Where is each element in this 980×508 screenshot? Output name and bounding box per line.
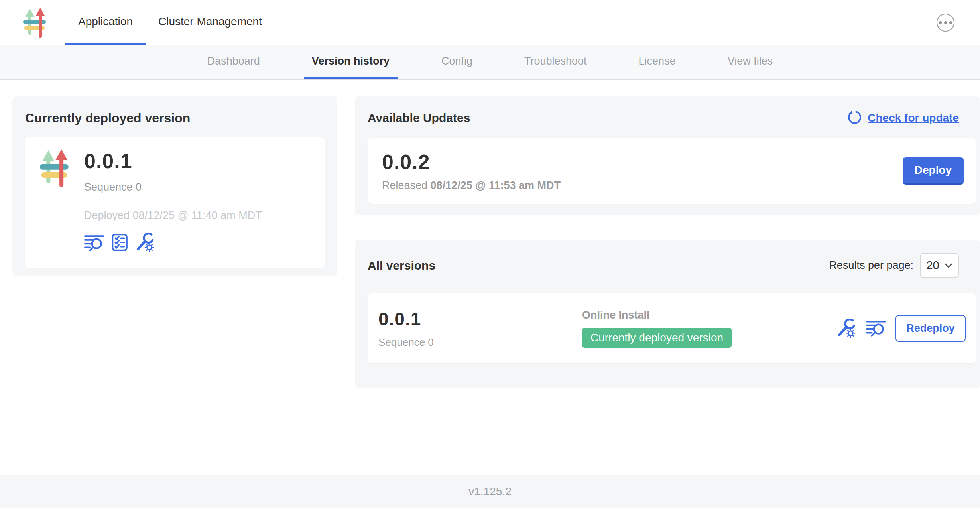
update-version-number: 0.0.2 bbox=[382, 150, 561, 174]
subtab-troubleshoot-label: Troubleshoot bbox=[524, 55, 587, 67]
subtab-dashboard[interactable]: Dashboard bbox=[199, 45, 268, 79]
subtab-view-files[interactable]: View files bbox=[720, 45, 781, 79]
logs-icon[interactable] bbox=[84, 233, 104, 253]
subtab-troubleshoot[interactable]: Troubleshoot bbox=[516, 45, 595, 79]
tab-application-label: Application bbox=[78, 15, 133, 28]
console-version: v1.125.2 bbox=[468, 485, 511, 498]
app-logo-icon bbox=[23, 8, 48, 38]
app-logo-icon bbox=[38, 149, 73, 187]
results-per-page-value: 20 bbox=[926, 259, 939, 272]
install-type: Online Install bbox=[582, 309, 836, 321]
currently-deployed-card: Currently deployed version 0.0.1 Sequenc… bbox=[12, 96, 337, 276]
update-row: 0.0.2 Released 08/12/25 @ 11:53 am MDT D… bbox=[368, 138, 976, 204]
subtab-config-label: Config bbox=[441, 55, 472, 67]
main-content: Currently deployed version 0.0.1 Sequenc… bbox=[0, 80, 980, 475]
check-for-update-label: Check for update bbox=[868, 112, 959, 124]
results-per-page-label: Results per page: bbox=[829, 259, 913, 272]
refresh-icon bbox=[847, 110, 863, 126]
check-for-update-link[interactable]: Check for update bbox=[847, 110, 959, 126]
subtab-version-history[interactable]: Version history bbox=[304, 45, 398, 79]
currently-deployed-badge: Currently deployed version bbox=[582, 328, 732, 348]
redeploy-button[interactable]: Redeploy bbox=[895, 315, 966, 342]
deployed-version-panel: 0.0.1 Sequence 0 Deployed 08/12/25 @ 11:… bbox=[25, 137, 325, 268]
tab-application[interactable]: Application bbox=[65, 0, 146, 45]
all-versions-card: All versions Results per page: 20 0.0.1 … bbox=[355, 240, 980, 388]
version-row: 0.0.1 Sequence 0 Online Install Currentl… bbox=[368, 293, 976, 363]
tab-cluster-management[interactable]: Cluster Management bbox=[146, 0, 275, 45]
deployed-version-number: 0.0.1 bbox=[84, 149, 262, 173]
results-per-page-select[interactable]: 20 bbox=[920, 253, 959, 278]
update-released-line: Released 08/12/25 @ 11:53 am MDT bbox=[382, 179, 561, 192]
tab-cluster-management-label: Cluster Management bbox=[158, 15, 262, 28]
logs-icon[interactable] bbox=[866, 319, 886, 339]
available-updates-card: Available Updates Check for update 0.0.2… bbox=[355, 96, 980, 215]
app-sub-navigation: Dashboard Version history Config Trouble… bbox=[0, 45, 980, 80]
deployed-card-title: Currently deployed version bbox=[25, 111, 325, 126]
available-updates-title: Available Updates bbox=[368, 111, 470, 125]
chevron-down-icon bbox=[945, 263, 952, 268]
released-date: 08/12/25 @ 11:53 am MDT bbox=[431, 179, 561, 191]
deployed-actions bbox=[84, 233, 262, 253]
subtab-dashboard-label: Dashboard bbox=[207, 55, 260, 67]
right-column: Available Updates Check for update 0.0.2… bbox=[355, 96, 980, 388]
subtab-version-history-label: Version history bbox=[312, 55, 390, 67]
dot-icon bbox=[949, 21, 952, 24]
footer: v1.125.2 bbox=[0, 475, 980, 508]
top-navigation-bar: Application Cluster Management bbox=[0, 0, 980, 45]
config-icon[interactable] bbox=[135, 233, 154, 253]
preflight-checks-icon[interactable] bbox=[111, 233, 128, 253]
deploy-button[interactable]: Deploy bbox=[903, 157, 964, 185]
dot-icon bbox=[939, 21, 942, 24]
dot-icon bbox=[944, 21, 947, 24]
ellipsis-menu-button[interactable] bbox=[937, 14, 954, 32]
row-sequence: Sequence 0 bbox=[378, 336, 582, 349]
subtab-config[interactable]: Config bbox=[433, 45, 480, 79]
subtab-view-files-label: View files bbox=[728, 55, 773, 67]
deployed-timestamp: Deployed 08/12/25 @ 11:40 am MDT bbox=[84, 209, 262, 222]
subtab-license[interactable]: License bbox=[631, 45, 684, 79]
deployed-sequence: Sequence 0 bbox=[84, 181, 262, 193]
subtab-license-label: License bbox=[639, 55, 676, 67]
all-versions-title: All versions bbox=[368, 259, 435, 272]
released-prefix: Released bbox=[382, 179, 431, 191]
config-icon[interactable] bbox=[836, 319, 856, 339]
row-version-number: 0.0.1 bbox=[378, 308, 582, 330]
